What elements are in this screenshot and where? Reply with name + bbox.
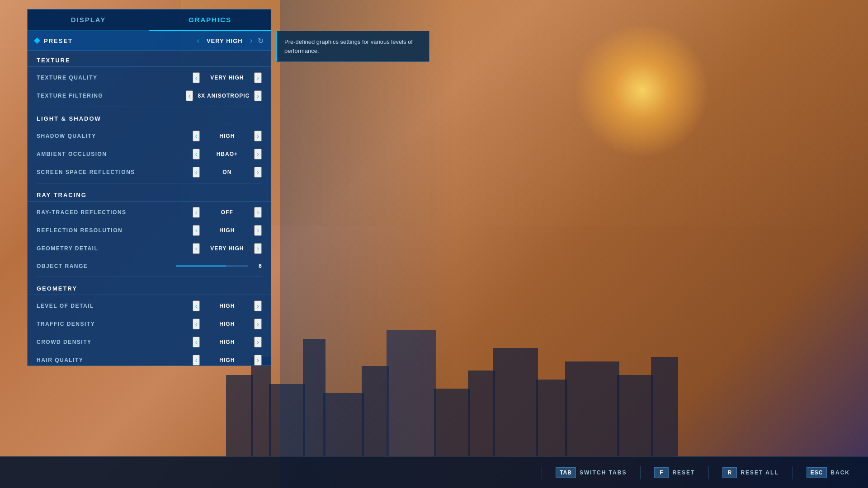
- setting-row-crowd-density: CROWD DENSITY ‹ HIGH ›: [28, 333, 271, 351]
- preset-reset-icon[interactable]: ↻: [258, 37, 264, 45]
- setting-name-level-of-detail: LEVEL OF DETAIL: [37, 303, 193, 309]
- setting-row-traffic-density: TRAFFIC DENSITY ‹ HIGH ›: [28, 315, 271, 333]
- texture-filtering-value: 8X ANISOTROPIC: [198, 93, 250, 99]
- settings-panel: DISPLAY GRAPHICS PRESET ‹ VERY HIGH › ↻ …: [27, 9, 271, 366]
- setting-control-crowd-density: ‹ HIGH ›: [193, 337, 262, 347]
- reflection-resolution-next[interactable]: ›: [254, 225, 262, 236]
- setting-name-texture-filtering: TEXTURE FILTERING: [37, 93, 186, 99]
- hud-divider-3: [708, 466, 709, 479]
- hud-action-f: F RESET: [654, 467, 695, 478]
- geometry-detail-prev[interactable]: ‹: [193, 243, 200, 254]
- preset-value-container: ‹ VERY HIGH ›: [195, 36, 254, 46]
- hair-quality-prev[interactable]: ‹: [193, 355, 200, 366]
- geometry-detail-next[interactable]: ›: [254, 243, 262, 254]
- hud-divider-2: [640, 466, 641, 479]
- preset-label: PRESET: [44, 38, 195, 44]
- level-of-detail-prev[interactable]: ‹: [193, 300, 200, 311]
- traffic-density-prev[interactable]: ‹: [193, 319, 200, 329]
- ray-traced-reflections-next[interactable]: ›: [254, 207, 262, 218]
- ambient-occlusion-value: HBAO+: [204, 151, 250, 157]
- hud-action-r: R RESET ALL: [722, 467, 778, 478]
- section-header-geometry: GEOMETRY: [28, 279, 271, 295]
- setting-row-hair-quality: HAIR QUALITY ‹ HIGH ›: [28, 351, 271, 366]
- hud-label-reset: RESET: [672, 469, 695, 476]
- setting-row-texture-quality: TEXTURE QUALITY ‹ VERY HIGH ›: [28, 69, 271, 87]
- crowd-density-prev[interactable]: ‹: [193, 337, 200, 347]
- sun-glow: [574, 23, 710, 158]
- hud-label-reset-all: RESET ALL: [741, 469, 778, 476]
- setting-name-object-range: OBJECT RANGE: [37, 263, 176, 269]
- setting-control-ray-traced-reflections: ‹ OFF ›: [193, 207, 262, 218]
- setting-name-traffic-density: TRAFFIC DENSITY: [37, 321, 193, 327]
- setting-name-ssr: SCREEN SPACE REFLECTIONS: [37, 169, 193, 175]
- texture-quality-next[interactable]: ›: [254, 72, 262, 83]
- setting-control-level-of-detail: ‹ HIGH ›: [193, 300, 262, 311]
- hud-action-tab: TAB SWITCH TABS: [556, 467, 627, 478]
- shadow-quality-next[interactable]: ›: [254, 131, 262, 141]
- ambient-occlusion-next[interactable]: ›: [254, 149, 262, 160]
- ssr-next[interactable]: ›: [254, 167, 262, 178]
- setting-row-geometry-detail: GEOMETRY DETAIL ‹ VERY HIGH ›: [28, 239, 271, 258]
- setting-row-level-of-detail: LEVEL OF DETAIL ‹ HIGH ›: [28, 297, 271, 315]
- setting-control-ssr: ‹ ON ›: [193, 167, 262, 178]
- hud-divider-1: [542, 466, 542, 479]
- preset-row: PRESET ‹ VERY HIGH › ↻: [28, 31, 271, 51]
- level-of-detail-next[interactable]: ›: [254, 300, 262, 311]
- hud-action-esc: ESC BACK: [807, 467, 850, 478]
- reflection-resolution-value: HIGH: [204, 227, 250, 234]
- texture-quality-prev[interactable]: ‹: [193, 72, 200, 83]
- setting-row-ssr: SCREEN SPACE REFLECTIONS ‹ ON ›: [28, 163, 271, 181]
- setting-control-texture-filtering: ‹ 8X ANISOTROPIC ›: [186, 90, 262, 101]
- panel-content[interactable]: TEXTURE TEXTURE QUALITY ‹ VERY HIGH › TE…: [28, 51, 271, 366]
- setting-row-reflection-resolution: REFLECTION RESOLUTION ‹ HIGH ›: [28, 221, 271, 239]
- setting-row-ambient-occlusion: AMBIENT OCCLUSION ‹ HBAO+ ›: [28, 145, 271, 163]
- divider-3: [37, 277, 262, 277]
- ssr-value: ON: [204, 169, 250, 175]
- ray-traced-reflections-prev[interactable]: ‹: [193, 207, 200, 218]
- texture-filtering-next[interactable]: ›: [254, 90, 262, 101]
- traffic-density-value: HIGH: [204, 321, 250, 327]
- hud-label-back: BACK: [830, 469, 850, 476]
- tab-graphics[interactable]: GRAPHICS: [149, 9, 271, 31]
- ambient-occlusion-prev[interactable]: ‹: [193, 149, 200, 160]
- hud-divider-4: [793, 466, 793, 479]
- preset-next-button[interactable]: ›: [248, 36, 254, 46]
- section-header-light-shadow: LIGHT & SHADOW: [28, 109, 271, 125]
- ray-traced-reflections-value: OFF: [204, 209, 250, 216]
- divider-1: [37, 107, 262, 107]
- geometry-detail-value: VERY HIGH: [204, 245, 250, 252]
- setting-name-hair-quality: HAIR QUALITY: [37, 357, 193, 363]
- setting-control-texture-quality: ‹ VERY HIGH ›: [193, 72, 262, 83]
- texture-filtering-prev[interactable]: ‹: [186, 90, 193, 101]
- preset-value: VERY HIGH: [207, 38, 243, 44]
- setting-name-crowd-density: CROWD DENSITY: [37, 339, 193, 345]
- hud-label-switch-tabs: SWITCH TABS: [580, 469, 627, 476]
- tab-display[interactable]: DISPLAY: [28, 9, 149, 30]
- shadow-quality-value: HIGH: [204, 133, 250, 139]
- setting-row-texture-filtering: TEXTURE FILTERING ‹ 8X ANISOTROPIC ›: [28, 87, 271, 105]
- hair-quality-next[interactable]: ›: [254, 355, 262, 366]
- preset-prev-button[interactable]: ‹: [195, 36, 201, 46]
- key-r: R: [722, 467, 737, 478]
- hair-quality-value: HIGH: [204, 357, 250, 363]
- setting-name-reflection-resolution: REFLECTION RESOLUTION: [37, 227, 193, 234]
- spiderman-area: [280, 0, 868, 488]
- reflection-resolution-prev[interactable]: ‹: [193, 225, 200, 236]
- setting-row-shadow-quality: SHADOW QUALITY ‹ HIGH ›: [28, 127, 271, 145]
- setting-name-ambient-occlusion: AMBIENT OCCLUSION: [37, 151, 193, 157]
- key-esc: ESC: [807, 467, 827, 478]
- traffic-density-next[interactable]: ›: [254, 319, 262, 329]
- section-header-ray-tracing: RAY TRACING: [28, 185, 271, 202]
- crowd-density-next[interactable]: ›: [254, 337, 262, 347]
- shadow-quality-prev[interactable]: ‹: [193, 131, 200, 141]
- bottom-hud: TAB SWITCH TABS F RESET R RESET ALL ESC …: [0, 456, 868, 488]
- tab-bar: DISPLAY GRAPHICS: [28, 9, 271, 31]
- setting-control-geometry-detail: ‹ VERY HIGH ›: [193, 243, 262, 254]
- tooltip-text: Pre-defined graphics settings for variou…: [284, 38, 413, 54]
- setting-control-reflection-resolution: ‹ HIGH ›: [193, 225, 262, 236]
- section-header-texture: TEXTURE: [28, 51, 271, 67]
- ssr-prev[interactable]: ‹: [193, 167, 200, 178]
- object-range-slider-track[interactable]: [176, 265, 248, 267]
- level-of-detail-value: HIGH: [204, 303, 250, 309]
- object-range-value: 6: [253, 263, 262, 269]
